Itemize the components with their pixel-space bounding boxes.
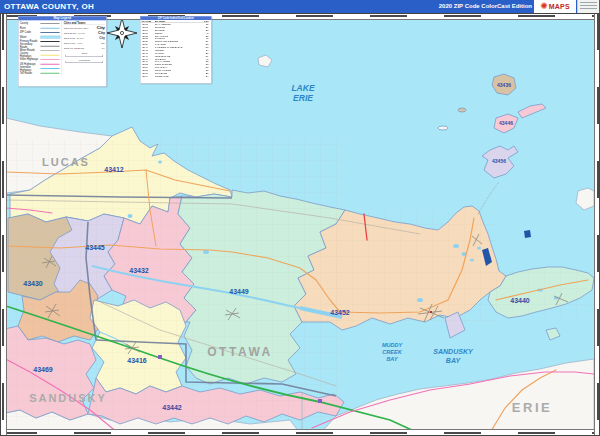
- edition-label: 2020 ZIP Code ColorCast Edition: [439, 3, 532, 9]
- scalebar-miles: Miles: [64, 52, 105, 56]
- muddy-creek-bay-label-2: CREEK: [382, 349, 402, 355]
- map-page: { "header": { "title": "OTTAWA COUNTY, O…: [0, 0, 600, 436]
- city-class-row: Cities 999 and BelowCity: [64, 45, 105, 50]
- lake-erie-label-1: LAKE: [291, 83, 314, 93]
- county-label-lucas: LUCAS: [42, 156, 90, 168]
- zip-index-row: 43469WOODVILLEB4: [140, 74, 211, 77]
- zip-label-43432: 43432: [129, 267, 149, 274]
- legend-swatch-us-hwy: [40, 64, 59, 65]
- islet-1: [458, 108, 466, 112]
- legend-swatch-primary: [40, 41, 59, 42]
- zip-label-43440: 43440: [510, 297, 530, 304]
- zip-label-43442: 43442: [162, 404, 182, 411]
- zip-label-43452: 43452: [330, 309, 350, 316]
- legend-swatch-water: [40, 36, 60, 39]
- legend-box: Map Legend County River ZIP Code Water P…: [18, 16, 106, 86]
- zip-label-43456: 43456: [492, 158, 506, 164]
- legend-item-label: Water: [20, 36, 41, 39]
- city-sample: City: [97, 25, 105, 30]
- city-sample: City: [98, 31, 105, 35]
- legend-item-label: County: [20, 22, 41, 25]
- sandusky-bay-label-2: BAY: [446, 357, 462, 364]
- county-label-erie: ERIE: [512, 400, 552, 415]
- bottom-ruler: [0, 429, 600, 436]
- city-class-label: Cities 25,000 - 99,999: [64, 32, 91, 34]
- header-bar: OTTAWA COUNTY, OH 2020 ZIP Code ColorCas…: [0, 0, 600, 13]
- legend-cities-column: Cities and Towns Cities 100,000 and Abov…: [62, 21, 105, 75]
- city-class-label: Cities 1,000 - 4,999: [64, 42, 91, 44]
- publisher-fineprint-box: [577, 0, 599, 13]
- islet-2: [438, 126, 448, 130]
- legend-swatch-zip: [40, 32, 59, 33]
- legend-swatch-interstate: [40, 68, 59, 69]
- zip-label-43446: 43446: [499, 120, 513, 126]
- right-ruler: [594, 13, 600, 436]
- scalebar-km: Kilometers: [64, 59, 105, 63]
- city-sample: City: [101, 42, 105, 44]
- zip-index-box: ZIP Code Index/Grid Locator ZIP Code ZIP…: [140, 16, 211, 83]
- legend-swatch-river: [40, 28, 59, 29]
- zip-label-43436: 43436: [497, 82, 511, 88]
- legend-swatch-state-hwy: [40, 59, 59, 60]
- legend-item-label: Toll Roads: [20, 72, 41, 75]
- county-label-ottawa: OTTAWA: [207, 345, 272, 359]
- left-ruler: [0, 13, 7, 436]
- lake-erie-label-2: ERIE: [293, 93, 313, 103]
- legend-swatch-county-hwy: [40, 55, 59, 56]
- legend-item: Toll Roads: [20, 71, 62, 75]
- legend-item-label: ZIP Code: [20, 31, 41, 34]
- cities-header: Cities and Towns: [64, 21, 105, 24]
- map-title: OTTAWA COUNTY, OH: [4, 2, 94, 11]
- zip-label-43449: 43449: [229, 288, 249, 295]
- legend-swatch-secondary: [40, 46, 59, 47]
- county-label-sandusky: SANDUSKY: [29, 392, 107, 404]
- legend-swatch-toll: [40, 73, 59, 74]
- legend-symbol-list: County River ZIP Code Water Primary Road…: [20, 21, 62, 75]
- city-sample: City: [99, 36, 105, 39]
- legend-item-label: State Highways: [20, 58, 41, 61]
- muddy-creek-bay-label-1: MUDDY: [382, 342, 403, 348]
- legend-swatch-county: [40, 23, 59, 24]
- city-class-label: Cities 5,000 - 24,999: [64, 37, 91, 39]
- city-sample: City: [102, 47, 105, 49]
- zip-label-43469: 43469: [33, 366, 53, 373]
- zip-label-43412: 43412: [104, 166, 124, 173]
- logo-burst-icon: ✺: [540, 2, 548, 11]
- publisher-logo: ✺MAPS: [534, 0, 576, 13]
- zip-label-43445: 43445: [85, 244, 105, 251]
- logo-brand-text: MAPS: [549, 3, 570, 10]
- sandusky-bay-label-1: SANDUSKY: [433, 348, 474, 355]
- city-class-label: Cities 999 and Below: [64, 47, 91, 49]
- legend-item-label: River: [20, 27, 41, 30]
- legend-swatch-minor: [40, 50, 59, 51]
- zip-label-43430: 43430: [23, 280, 43, 287]
- muddy-creek-bay-label-3: BAY: [386, 356, 399, 362]
- city-class-label: Cities 100,000 and Above: [64, 27, 91, 29]
- zip-label-43416: 43416: [127, 357, 147, 364]
